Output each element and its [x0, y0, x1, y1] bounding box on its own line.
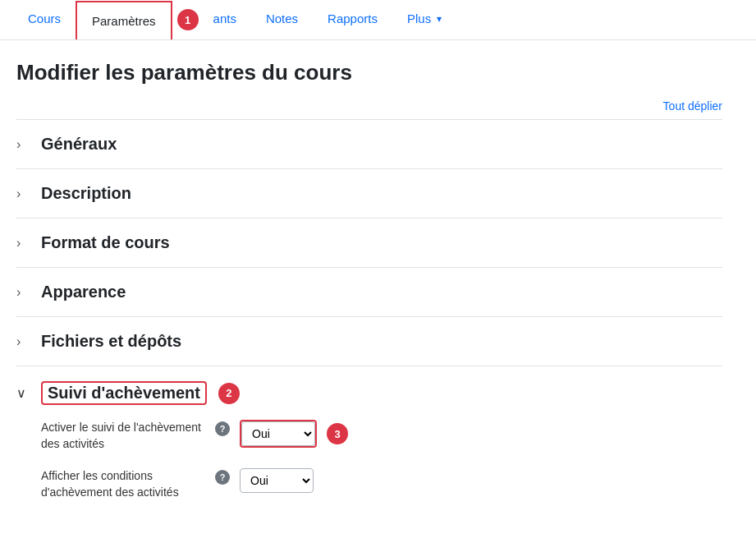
section-apparence: › Apparence	[16, 267, 722, 316]
section-format-header[interactable]: › Format de cours	[16, 219, 722, 267]
select-afficher-wrapper: Oui Non	[240, 468, 314, 493]
expand-all-link[interactable]: Tout déplier	[663, 99, 722, 113]
select-afficher-conditions[interactable]: Oui Non	[240, 468, 314, 493]
page-title: Modifier les paramètres du cours	[16, 60, 722, 85]
navigation-bar: Cours Paramètres 1 ants Notes Rapports P…	[0, 0, 756, 40]
label-afficher-conditions: Afficher les conditions d'achèvement des…	[41, 468, 205, 500]
section-fichiers: › Fichiers et dépôts	[16, 316, 722, 366]
section-format: › Format de cours	[16, 218, 722, 267]
chevron-down-icon: ▾	[437, 13, 442, 25]
chevron-right-icon: ›	[16, 334, 33, 349]
section-apparence-title: Apparence	[41, 283, 126, 301]
form-row-activer: Activer le suivi de l'achèvement des act…	[41, 420, 722, 452]
annotation-2: 2	[218, 383, 240, 404]
section-format-title: Format de cours	[41, 233, 170, 252]
chevron-right-icon: ›	[16, 285, 33, 300]
section-suivi-title: Suivi d'achèvement	[48, 384, 200, 402]
nav-notes[interactable]: Notes	[251, 0, 313, 39]
chevron-right-icon: ›	[16, 186, 33, 201]
section-description-header[interactable]: › Description	[16, 169, 722, 218]
label-activer-suivi: Activer le suivi de l'achèvement des act…	[41, 420, 205, 452]
help-icon-afficher[interactable]: ?	[215, 470, 230, 485]
section-generaux-title: Généraux	[41, 135, 117, 154]
annotation-1: 1	[177, 9, 199, 30]
section-fichiers-header[interactable]: › Fichiers et dépôts	[16, 317, 722, 366]
main-content: Modifier les paramètres du cours Tout dé…	[0, 40, 739, 543]
section-generaux: › Généraux	[16, 119, 722, 168]
chevron-down-icon: ∨	[16, 385, 33, 401]
nav-cours[interactable]: Cours	[13, 0, 76, 39]
expand-all-container: Tout déplier	[16, 99, 722, 113]
help-icon-activer[interactable]: ?	[215, 421, 230, 436]
nav-rapports[interactable]: Rapports	[313, 0, 392, 39]
section-fichiers-title: Fichiers et dépôts	[41, 332, 181, 351]
form-row-afficher: Afficher les conditions d'achèvement des…	[41, 468, 722, 500]
nav-ants[interactable]: ants	[199, 0, 251, 39]
select-activer-suivi[interactable]: Oui Non	[241, 421, 315, 446]
nav-parametres[interactable]: Paramètres	[76, 1, 172, 39]
chevron-right-icon: ›	[16, 236, 33, 251]
select-activer-wrapper: Oui Non 3	[240, 420, 348, 448]
section-description: › Description	[16, 168, 722, 218]
section-generaux-header[interactable]: › Généraux	[16, 120, 722, 168]
nav-plus[interactable]: Plus ▾	[392, 0, 456, 39]
section-apparence-header[interactable]: › Apparence	[16, 268, 722, 316]
section-suivi: ∨ Suivi d'achèvement 2 Activer le suivi …	[16, 366, 722, 530]
section-description-title: Description	[41, 184, 131, 203]
chevron-right-icon: ›	[16, 137, 33, 152]
annotation-3: 3	[327, 423, 348, 444]
section-suivi-header[interactable]: ∨ Suivi d'achèvement 2	[16, 366, 722, 420]
